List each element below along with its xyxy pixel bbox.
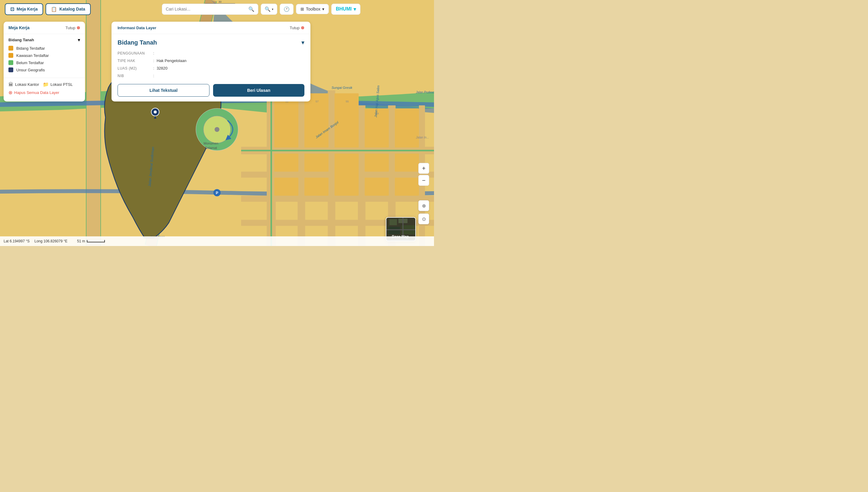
svg-text:57: 57 (315, 100, 319, 103)
svg-text:30: 30 (218, 0, 221, 3)
svg-text:Monumen: Monumen (204, 142, 218, 145)
sidebar-close-label: Tutup (65, 26, 75, 30)
search-input[interactable] (166, 7, 246, 11)
svg-rect-28 (365, 178, 389, 196)
field-tipe-hak: TIPE HAK : Hak Pengelolaan (118, 58, 304, 63)
lokasi-kantor-btn[interactable]: 🏛 Lokasi Kantor (8, 81, 39, 87)
hapus-semua-btn[interactable]: ⊗ Hapus Semua Data Layer (8, 90, 80, 95)
legend-color-0 (8, 46, 13, 51)
layer-group: Bidang Tanah ▾ Bidang Terdaftar Kawasan … (4, 34, 85, 78)
bidang-chevron-icon: ▾ (301, 39, 304, 46)
zoom-dropdown-icon: ▾ (272, 7, 273, 11)
scan-icon: ⊕ (422, 203, 426, 209)
layer-group-chevron-icon: ▾ (78, 37, 80, 43)
sidebar: Meja Kerja Tutup ⊗ Bidang Tanah ▾ Bidang… (4, 22, 85, 101)
legend-color-1 (8, 53, 13, 58)
svg-rect-21 (274, 153, 298, 172)
svg-point-54 (154, 110, 157, 114)
zoom-search-btn[interactable]: 🔍 ▾ (261, 4, 277, 15)
legend-item-2: Belum Terdaftar (8, 60, 80, 65)
action-buttons: Lihat Tekstual Beri Ulasan (118, 84, 304, 97)
bhumi-label: BHUMI (336, 6, 351, 12)
zoom-out-btn[interactable]: − (418, 175, 429, 186)
search-box: 🔍 (162, 4, 258, 15)
svg-rect-25 (334, 153, 359, 196)
legend-items: Bidang Terdaftar Kawasan Terdaftar Belum… (8, 46, 80, 72)
beri-ulasan-btn[interactable]: Beri Ulasan (213, 84, 304, 97)
svg-point-3 (215, 127, 219, 132)
sidebar-title: Meja Kerja (8, 25, 29, 30)
scan-btn[interactable]: ⊕ (418, 200, 429, 211)
legend-label-1: Kawasan Terdaftar (16, 53, 49, 58)
footer-row-buttons: 🏛 Lokasi Kantor 📁 Lokasi PTSL (8, 81, 80, 87)
long-display: Long 106.826079 °E (34, 239, 68, 243)
legend-label-3: Unsur Geografis (16, 68, 45, 72)
svg-rect-27 (395, 153, 419, 172)
search-icon: 🔍 (248, 6, 254, 12)
svg-rect-22 (304, 153, 329, 172)
zoom-search-icon: 🔍 (265, 6, 271, 12)
svg-rect-58 (388, 227, 400, 234)
statusbar: Lat 6.194997 °S Long 106.826079 °E 51 m (0, 236, 434, 246)
legend-item-3: Unsur Geografis (8, 68, 80, 72)
meja-kerja-tab[interactable]: ⊡ Meja Kerja (5, 3, 43, 15)
scale-line (87, 240, 105, 242)
info-fields: PENGGUNAAN : TIPE HAK : Hak Pengelolaan … (118, 51, 304, 78)
svg-rect-24 (304, 178, 329, 196)
info-panel-close-btn[interactable]: Tutup ⊗ (290, 25, 304, 30)
delete-icon: ⊗ (8, 90, 13, 95)
katalog-icon: 📋 (51, 6, 57, 12)
sidebar-close-btn[interactable]: Tutup ⊗ (65, 25, 80, 30)
bhumi-chevron-icon: ▾ (354, 6, 356, 12)
zoom-controls: + − (418, 163, 429, 186)
svg-text:Sungai Gresik: Sungai Gresik (331, 86, 353, 90)
katalog-data-tab[interactable]: 📋 Katalog Data (46, 3, 91, 15)
katalog-label: Katalog Data (60, 7, 85, 11)
legend-label-2: Belum Terdaftar (16, 60, 44, 65)
bidang-title: Bidang Tanah ▾ (118, 39, 304, 46)
zoom-in-btn[interactable]: + (418, 163, 429, 174)
svg-rect-56 (390, 219, 397, 225)
search-area: 🔍 🔍 ▾ 🕐 ⊞ Toolbox ▾ BHUMI ▾ (93, 4, 429, 15)
bhumi-btn[interactable]: BHUMI ▾ (331, 4, 360, 15)
svg-rect-20 (395, 108, 419, 148)
legend-item-0: Bidang Terdaftar (8, 46, 80, 51)
info-panel-close-icon: ⊗ (301, 25, 304, 30)
lokasi-ptsl-btn[interactable]: 📁 Lokasi PTSL (43, 81, 73, 87)
legend-item-1: Kawasan Terdaftar (8, 53, 80, 58)
ptsl-icon: 📁 (43, 81, 49, 87)
bidang-name: Bidang Tanah (118, 39, 157, 46)
delete-label: Hapus Semua Data Layer (14, 90, 60, 95)
scale-bar: 51 m (77, 239, 105, 243)
history-btn[interactable]: 🕐 (280, 4, 294, 15)
toolbox-label: Toolbox (306, 7, 320, 11)
svg-rect-26 (365, 153, 389, 172)
kantor-label: Lokasi Kantor (15, 82, 39, 87)
ptsl-label: Lokasi PTSL (51, 82, 73, 87)
sidebar-header: Meja Kerja Tutup ⊗ (4, 22, 85, 34)
field-penggunaan: PENGGUNAAN : (118, 51, 304, 55)
svg-rect-23 (274, 178, 298, 196)
lihat-tekstual-btn[interactable]: Lihat Tekstual (118, 84, 209, 97)
history-icon: 🕐 (284, 6, 290, 12)
map-pin (151, 108, 160, 120)
svg-text:Selamat: Selamat (205, 146, 217, 150)
info-panel-header: Informasi Data Layer Tutup ⊗ (112, 22, 310, 34)
kantor-icon: 🏛 (8, 82, 13, 87)
toolbox-btn[interactable]: ⊞ Toolbox ▾ (296, 4, 329, 14)
svg-text:55: 55 (346, 100, 349, 103)
layer-group-name: Bidang Tanah (8, 38, 34, 42)
sidebar-footer: 🏛 Lokasi Kantor 📁 Lokasi PTSL ⊗ Hapus Se… (4, 78, 85, 99)
svg-rect-29 (395, 178, 419, 196)
legend-label-0: Bidang Terdaftar (16, 46, 45, 51)
location-icon: ⊙ (422, 216, 426, 222)
sidebar-close-icon: ⊗ (76, 25, 80, 30)
field-luas: LUAS (M2) : 32820 (118, 66, 304, 71)
legend-color-2 (8, 60, 13, 65)
layer-group-header[interactable]: Bidang Tanah ▾ (8, 37, 80, 43)
info-panel-body: Bidang Tanah ▾ PENGGUNAAN : TIPE HAK : H… (112, 34, 310, 101)
svg-text:Jalan In...: Jalan In... (416, 136, 429, 139)
meja-kerja-icon: ⊡ (10, 6, 14, 12)
svg-text:P: P (216, 191, 218, 195)
location-btn[interactable]: ⊙ (418, 214, 429, 224)
